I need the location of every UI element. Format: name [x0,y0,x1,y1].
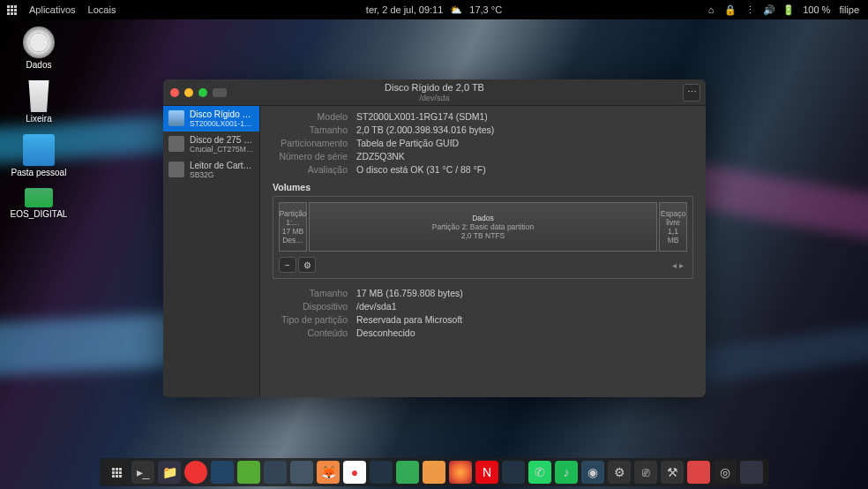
top-panel: Aplicativos Locais ter, 2 de jul, 09:11 … [0,0,868,19]
volume-name: Dados [472,214,494,222]
desktop-label: Lixeira [26,114,51,124]
sidebar-item-label: Disco Rígido de 2,0 TB [190,109,254,119]
desktop-icon-eos[interactable]: EOS_DIGITAL [11,188,67,219]
volume-icon[interactable]: 🔊 [764,4,774,15]
dock-app-showapps[interactable] [105,461,128,484]
dock-app-generic4[interactable] [290,461,313,484]
battery-icon[interactable]: 🔋 [783,4,794,15]
sidebar-item-label: Disco de 275 GB [190,135,254,145]
dock-app-generic10[interactable]: ⎚ [634,461,657,484]
ssd-icon [168,136,184,152]
weather-icon: ⛅ [450,4,462,16]
gear-icon: ⚙ [303,260,311,270]
disks-window: Disco Rígido de 2,0 TB /dev/sda ⋯ Disco … [163,79,706,397]
dock-app-record[interactable] [184,461,207,484]
dock-app-files[interactable]: 📁 [158,461,181,484]
volume-size: 2,0 TB NTFS [461,231,505,240]
desktop-icons: Dados Lixeira Pasta pessoal EOS_DIGITAL [11,26,67,219]
dock-app-spotify[interactable]: ♪ [555,461,578,484]
dock-app-generic2[interactable] [237,461,260,484]
size-label: Tamanho [273,124,348,135]
dock-app-generic3[interactable] [264,461,287,484]
dock-app-instagram[interactable] [449,461,472,484]
volume-partition-1[interactable]: Partição 1:… 17 MB Des… [279,202,307,252]
username[interactable]: filipe [839,4,859,15]
grid-icon [112,468,122,478]
menu-places[interactable]: Locais [88,4,116,15]
dock-app-generic7[interactable] [396,461,419,484]
volume-partition-2[interactable]: Dados Partição 2: Basic data partition 2… [309,202,657,252]
window-title: Disco Rígido de 2,0 TB [385,82,484,94]
battery-percent: 100 % [803,4,830,15]
tray-icon[interactable]: ⌂ [706,4,716,15]
menu-applications[interactable]: Aplicativos [29,4,76,15]
maximize-button[interactable] [198,88,207,97]
desktop-icon-lixeira[interactable]: Lixeira [11,80,67,124]
partition-settings-button[interactable]: ⚙ [298,257,316,273]
window-subtitle: /dev/sda [385,94,484,103]
dock-app-generic1[interactable] [211,461,234,484]
dock-app-generic12[interactable] [740,461,763,484]
desktop-icon-dados[interactable]: Dados [11,26,67,70]
dock-app-netflix[interactable]: N [475,461,498,484]
desktop-label: Dados [26,60,52,70]
desktop-label: EOS_DIGITAL [11,209,68,219]
vol-device-value: /dev/sda1 [356,301,397,312]
vol-size-value: 17 MB (16.759.808 bytes) [356,288,463,298]
volume-nav-arrows[interactable]: ◂ ▸ [672,260,687,270]
lock-icon[interactable]: 🔒 [725,4,736,15]
volume-size: 17 MB Des… [281,227,304,244]
volume-size: 1,1 MB [662,227,685,244]
assessment-label: Avaliação [273,164,348,175]
clock[interactable]: ter, 2 de jul, 09:11 [366,4,443,15]
sidebar-item-sdcard[interactable]: Leitor de Cartão de SD SB32G [163,157,259,183]
hdd-icon [168,110,184,126]
dock-app-terminal[interactable]: ▸_ [131,461,154,484]
vol-content-value: Desconhecido [356,327,415,338]
dock-app-generic11[interactable] [687,461,710,484]
dock-app-generic8[interactable] [423,461,445,484]
dock-app-generic6[interactable] [370,461,393,484]
wifi-icon[interactable]: ⋮ [745,4,755,15]
sidebar-item-sublabel: SB32G [190,170,254,179]
window-controls [163,88,227,97]
dock-app-generic5[interactable]: ● [343,461,366,484]
volume-name: Partição 1:… [279,209,306,227]
hamburger-menu-button[interactable]: ⋯ [683,84,700,102]
sdcard-icon [25,188,53,207]
vol-device-label: Dispositivo [273,301,348,312]
minimize-button[interactable] [184,88,193,97]
dock-app-whatsapp[interactable]: ✆ [528,461,551,484]
size-value: 2,0 TB (2.000.398.934.016 bytes) [356,124,494,135]
detail-panel: ModeloST2000LX001-1RG174 (SDM1) Tamanho2… [260,106,706,397]
dock-app-tweaks[interactable]: ⚒ [661,461,684,484]
model-label: Modelo [273,111,348,122]
minus-icon: − [285,260,290,270]
dock-app-generic9[interactable] [502,461,525,484]
device-sidebar: Disco Rígido de 2,0 TB ST2000LX001-1RG17… [163,106,260,397]
vol-size-label: Tamanho [273,288,348,298]
dock: ▸_ 📁 🦊 ● N ✆ ♪ ◉ ⚙ ⎚ ⚒ ◎ [100,458,768,486]
serial-value: ZDZ5Q3NK [356,151,405,162]
partitioning-value: Tabela de Partição GUID [356,138,459,148]
sdcard-icon [168,162,184,177]
vol-content-label: Conteúdo [273,327,348,338]
dock-app-firefox[interactable]: 🦊 [317,461,340,484]
dock-app-steam[interactable]: ◉ [581,461,604,484]
desktop-icon-home[interactable]: Pasta pessoal [11,134,67,177]
serial-label: Número de série [273,151,348,162]
volume-free-space[interactable]: Espaço livre 1,1 MB [659,202,687,252]
sidebar-item-disk-275gb[interactable]: Disco de 275 GB Crucial_CT275MX300SSD4 [163,132,259,157]
sidebar-item-disk-2tb[interactable]: Disco Rígido de 2,0 TB ST2000LX001-1RG17… [163,106,259,132]
trash-icon [23,80,55,112]
folder-icon [23,134,55,166]
titlebar[interactable]: Disco Rígido de 2,0 TB /dev/sda ⋯ [163,79,706,106]
window-extra-button[interactable] [213,88,227,97]
activities-icon[interactable] [7,5,17,15]
close-button[interactable] [170,88,179,97]
partitioning-label: Particionamento [273,138,348,148]
dock-app-disks[interactable]: ◎ [714,461,737,484]
dots-icon: ⋯ [687,87,697,98]
dock-app-settings[interactable]: ⚙ [608,461,631,484]
unmount-button[interactable]: − [279,257,296,273]
